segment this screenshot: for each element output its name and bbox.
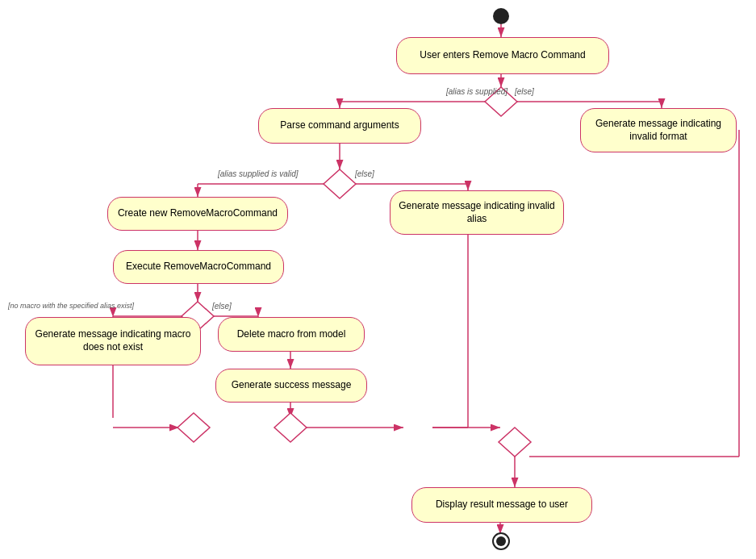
delete-macro-node: Delete macro from model	[218, 317, 365, 352]
svg-marker-35	[178, 413, 210, 442]
end-node	[492, 532, 510, 550]
invalid-alias-node: Generate message indicating invalid alia…	[390, 190, 564, 235]
execute-cmd-node: Execute RemoveMacroCommand	[113, 250, 284, 284]
activity-diagram: User enters Remove Macro Command Parse c…	[0, 0, 756, 559]
parse-args-node: Parse command arguments	[258, 108, 421, 144]
arrows-layer	[0, 0, 756, 559]
display-result-node: Display result message to user	[411, 487, 592, 523]
success-msg-node: Generate success message	[215, 369, 367, 403]
no-macro-node: Generate message indicating macro does n…	[25, 317, 201, 365]
svg-marker-37	[499, 428, 531, 457]
guard-no-macro: [no macro with the specified alias exist…	[8, 302, 186, 310]
guard-else3: [else]	[212, 302, 232, 311]
invalid-format-node: Generate message indicating invalid form…	[580, 108, 737, 152]
svg-marker-36	[274, 413, 307, 442]
guard-else1: [else]	[515, 87, 534, 96]
guard-alias-supplied: [alias is supplied]	[446, 87, 507, 96]
start-node	[493, 8, 509, 24]
svg-marker-33	[324, 169, 356, 198]
user-enters-node: User enters Remove Macro Command	[396, 37, 609, 74]
guard-alias-valid: [alias supplied is valid]	[218, 169, 299, 178]
guard-else2: [else]	[355, 169, 374, 178]
end-inner	[496, 536, 506, 546]
create-cmd-node: Create new RemoveMacroCommand	[107, 197, 288, 231]
